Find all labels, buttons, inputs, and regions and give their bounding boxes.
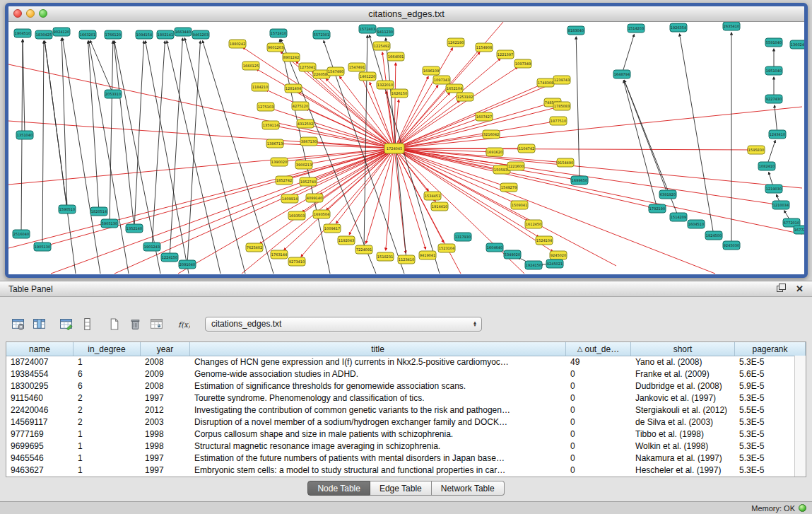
graph-node[interactable]: 1696109	[423, 66, 440, 75]
close-panel-icon[interactable]: ✕	[796, 284, 804, 293]
graph-node[interactable]: 1926354	[670, 23, 687, 32]
column-header-name[interactable]: name	[6, 342, 73, 356]
graph-node[interactable]: 1547490	[327, 67, 344, 76]
graph-node[interactable]: 3900213	[295, 160, 312, 169]
column-header-short[interactable]: short	[631, 342, 735, 356]
graph-node[interactable]: 1877510	[550, 117, 567, 125]
graph-node[interactable]: 1094154	[136, 30, 153, 39]
graph-node[interactable]: 1802141	[157, 30, 174, 39]
graph-node[interactable]: 1547491	[348, 63, 365, 71]
graph-node[interactable]: 1572403	[359, 25, 376, 33]
table-row[interactable]: 1456911722003Disruption of a novel membe…	[6, 416, 806, 428]
graph-node[interactable]: 1534451	[424, 192, 441, 200]
table-selector-dropdown[interactable]: citations_edges.txt ▲▼	[205, 317, 482, 332]
graph-node[interactable]: 2516040	[13, 230, 30, 238]
graph-node[interactable]: 1523104	[438, 244, 455, 252]
graph-node[interactable]: 1905130	[34, 243, 51, 251]
column-header-year[interactable]: year	[141, 342, 190, 356]
graph-node[interactable]: 1322010	[377, 81, 394, 89]
graph-node[interactable]: 2091040	[179, 260, 196, 269]
graph-node[interactable]: 1763144	[271, 250, 288, 259]
graph-node[interactable]: 1262190	[447, 38, 464, 47]
graph-node[interactable]: 5591040	[765, 38, 782, 47]
graph-node[interactable]: 1281404	[285, 84, 302, 93]
table-row[interactable]: 1872400712008Changes of HCN gene express…	[6, 356, 806, 368]
table-scrollbar[interactable]	[794, 356, 806, 477]
graph-node[interactable]: 1275103	[257, 103, 274, 111]
graph-node[interactable]: 8901242	[283, 53, 300, 62]
graph-node[interactable]: 1359114	[262, 121, 279, 129]
graph-node[interactable]: 1830425	[35, 30, 52, 39]
graph-node[interactable]: 1590510	[59, 205, 76, 214]
graph-node[interactable]: 1924150	[525, 261, 542, 269]
table-row[interactable]: 1938455462009Genome-wide association stu…	[6, 368, 806, 380]
import-table-icon[interactable]	[147, 315, 166, 333]
function-builder-icon[interactable]: f(x)	[174, 315, 193, 333]
graph-node[interactable]: 1724045	[384, 144, 404, 153]
graph-node[interactable]: 1648794	[613, 70, 630, 78]
table-row[interactable]: 946362711997Embryonic stem cells: a mode…	[6, 464, 806, 476]
table-row[interactable]: 969969511998Structural magnetic resonanc…	[6, 440, 806, 452]
graph-node[interactable]: 1221397	[497, 50, 514, 59]
graph-node[interactable]: 1664091	[387, 52, 404, 61]
new-table-icon[interactable]	[105, 315, 124, 333]
graph-node[interactable]: 1549279	[500, 183, 517, 192]
graph-node[interactable]: 1820514	[90, 207, 107, 216]
graph-node[interactable]: 1904510	[14, 29, 31, 37]
show-columns-icon[interactable]	[30, 315, 49, 333]
float-panel-icon[interactable]	[777, 284, 786, 294]
graph-node[interactable]: 1409914	[281, 194, 298, 203]
graph-node[interactable]: 1518231	[377, 252, 394, 261]
graph-node[interactable]: 1275041	[299, 63, 316, 71]
table-row[interactable]: 2242004622012Investigating the contribut…	[6, 404, 806, 416]
graph-node[interactable]: 1509341	[511, 201, 528, 209]
table-row[interactable]: 946554611997Estimation of the future num…	[6, 452, 806, 464]
graph-node[interactable]: 1914410	[431, 202, 448, 211]
graph-node[interactable]: 1360240	[790, 40, 804, 49]
graph-node[interactable]: 1652104	[446, 84, 463, 93]
graph-node[interactable]: 1880242	[229, 40, 246, 48]
graph-node[interactable]: 9245030	[723, 241, 740, 250]
graph-node[interactable]: 1663201	[79, 30, 96, 39]
graph-node[interactable]: 9024120	[53, 28, 70, 36]
graph-node[interactable]: 1693503	[288, 211, 305, 220]
edit-column-icon[interactable]	[57, 315, 76, 333]
delete-table-icon[interactable]	[126, 315, 145, 333]
graph-node[interactable]: 5572301	[313, 30, 330, 39]
graph-node[interactable]: 9601203	[267, 43, 284, 52]
graph-node[interactable]: 1748308	[537, 78, 554, 87]
graph-node[interactable]: 1572410	[270, 29, 287, 37]
column-header-in_degree[interactable]: in_degree	[73, 342, 141, 356]
window-titlebar[interactable]: citations_edges.txt	[8, 6, 804, 22]
graph-node[interactable]: 3867130	[300, 137, 317, 146]
table-row[interactable]: 911546021997Tourette syndrome. Phenomeno…	[6, 392, 806, 404]
minimize-window-button[interactable]	[26, 9, 35, 18]
column-header-title[interactable]: title	[190, 342, 566, 356]
tab-network-table[interactable]: Network Table	[432, 481, 505, 496]
graph-node[interactable]: 1852742	[276, 176, 293, 185]
graph-node[interactable]: 1663440	[175, 28, 192, 36]
graph-node[interactable]: 4312502	[297, 119, 314, 128]
graph-node[interactable]: 1461220	[359, 72, 376, 81]
graph-node[interactable]: 1699650	[571, 176, 588, 185]
graph-node[interactable]: 1351040	[16, 131, 33, 139]
graph-node[interactable]: 1097349	[514, 59, 531, 68]
graph-node[interactable]: 1352140	[126, 224, 143, 233]
graph-node[interactable]: 9273410	[288, 257, 305, 266]
graph-node[interactable]: 1660125	[242, 62, 259, 70]
graph-node[interactable]: 1239743	[553, 76, 570, 84]
graph-node[interactable]: 6391920	[659, 190, 676, 199]
tab-node-table[interactable]: Node Table	[307, 481, 370, 496]
graph-node[interactable]: 1219030	[765, 185, 782, 193]
graph-node[interactable]: 5349020	[504, 250, 521, 259]
graph-node[interactable]: 1924500	[705, 231, 722, 240]
graph-node[interactable]: 8183040	[567, 26, 584, 35]
tab-edge-table[interactable]: Edge Table	[370, 481, 432, 496]
graph-node[interactable]: 1677204	[794, 226, 804, 234]
network-graph[interactable]: 1880242166012511842101275103135911413867…	[8, 22, 804, 274]
graph-node[interactable]: 1390020	[271, 158, 288, 166]
graph-node[interactable]: 9227430	[765, 95, 782, 103]
graph-node[interactable]: 1691620	[486, 148, 503, 156]
graph-node[interactable]: 2635410	[723, 22, 740, 30]
graph-node[interactable]: 1154908	[476, 43, 493, 52]
